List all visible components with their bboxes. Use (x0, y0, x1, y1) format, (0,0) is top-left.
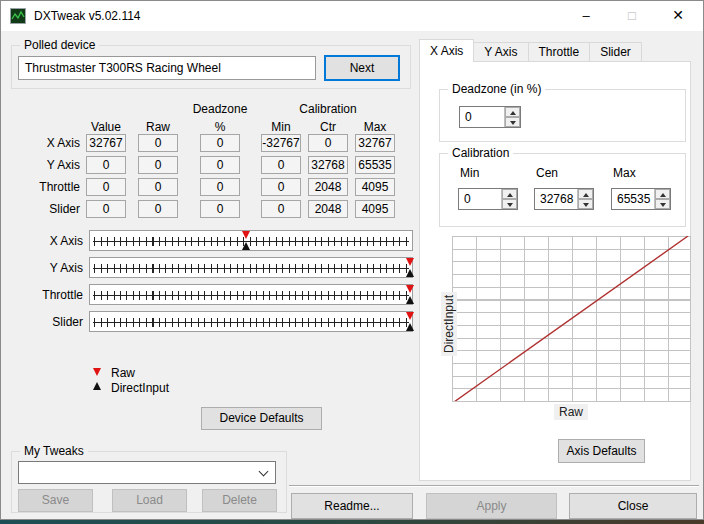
table-cell: 2048 (308, 200, 348, 218)
column-header: Min (261, 119, 301, 135)
table-cell: 0 (261, 178, 301, 196)
maximize-button: □ (609, 1, 655, 30)
load-button[interactable]: Load (112, 489, 187, 512)
throttle-slider[interactable] (89, 284, 413, 305)
row-label: Slider (3, 202, 83, 216)
device-defaults-button[interactable]: Device Defaults (201, 407, 322, 430)
tab-bar: X Axis Y Axis Throttle Slider (419, 39, 642, 62)
directinput-marker[interactable] (406, 296, 414, 304)
calibration-min-label: Min (460, 166, 479, 180)
deadzone-group: Deadzone (in %) 0 (439, 89, 686, 142)
axis-tab-control: X Axis Y Axis Throttle Slider Deadzone (… (419, 39, 691, 481)
spin-down-button[interactable] (578, 199, 593, 209)
axis-defaults-button[interactable]: Axis Defaults (558, 439, 645, 463)
directinput-marker[interactable] (406, 323, 414, 331)
table-cell: -32767 (261, 134, 301, 152)
table-column-headers: Value Raw % Min Ctr Max (3, 119, 395, 135)
deadzone-spinner[interactable]: 0 (459, 106, 521, 128)
triangle-down-icon (510, 121, 516, 125)
slider-axis-slider[interactable] (89, 311, 413, 332)
chevron-down-icon (259, 467, 269, 477)
triangle-down-icon (583, 203, 589, 207)
calibration-group-label: Calibration (448, 146, 513, 160)
directinput-marker[interactable] (406, 269, 414, 277)
tweaks-combobox[interactable] (18, 461, 276, 484)
close-window-button[interactable]: ✕ (655, 1, 701, 30)
spinner-buttons (504, 107, 520, 127)
readme-button[interactable]: Readme... (291, 493, 413, 519)
column-header: Value (86, 119, 126, 135)
calibration-response-chart: DirectInput Raw (452, 236, 691, 402)
slider-row-label: Slider (3, 315, 83, 329)
calibration-group-header: Calibration (278, 102, 378, 116)
app-icon (10, 8, 26, 24)
triangle-up-icon (507, 193, 513, 197)
table-cell: 4095 (355, 200, 395, 218)
table-row: X Axis 32767 0 0 -32767 0 32767 (3, 134, 395, 152)
calibration-cen-value[interactable]: 32768 (535, 189, 576, 209)
calibration-cen-label: Cen (536, 166, 558, 180)
triangle-down-icon (660, 203, 666, 207)
close-button[interactable]: Close (569, 493, 697, 519)
table-cell: 2048 (308, 178, 348, 196)
delete-button[interactable]: Delete (202, 489, 277, 512)
polled-device-label: Polled device (20, 38, 99, 52)
table-row: Slider 0 0 0 0 2048 4095 (3, 200, 395, 218)
raw-marker[interactable] (406, 285, 414, 293)
triangle-up-icon (660, 193, 666, 197)
calibration-group: Calibration Min Cen Max 0 32768 (439, 153, 686, 227)
spin-up-button[interactable] (505, 107, 520, 117)
calibration-max-value[interactable]: 65535 (612, 189, 653, 209)
tab-slider[interactable]: Slider (590, 42, 642, 62)
x-axis-slider[interactable] (89, 230, 413, 251)
table-cell: 0 (138, 134, 178, 152)
slider-ticks (94, 291, 409, 300)
spin-up-button[interactable] (502, 189, 517, 199)
calibration-max-label: Max (613, 166, 636, 180)
raw-legend-label: Raw (111, 366, 135, 380)
slider-row-label: Y Axis (3, 261, 83, 275)
slider-ticks (94, 318, 409, 327)
column-header: % (200, 119, 240, 135)
slider-row-label: X Axis (3, 234, 83, 248)
save-button[interactable]: Save (18, 489, 93, 512)
spinner-buttons (577, 189, 593, 209)
tab-throttle[interactable]: Throttle (529, 42, 591, 62)
column-header: Max (355, 119, 395, 135)
raw-marker[interactable] (242, 231, 250, 239)
spin-up-button[interactable] (578, 189, 593, 199)
app-window: DXTweak v5.02.114 – □ ✕ Polled device Th… (0, 0, 704, 520)
polled-device-group: Polled device Thrustmaster T300RS Racing… (11, 45, 411, 89)
table-row: Throttle 0 0 0 0 2048 4095 (3, 178, 395, 196)
table-cell: 0 (261, 200, 301, 218)
triangle-up-icon (510, 111, 516, 115)
spinner-buttons (501, 189, 517, 209)
spin-down-button[interactable] (502, 199, 517, 209)
response-line (452, 236, 690, 401)
spin-down-button[interactable] (655, 199, 670, 209)
spin-down-button[interactable] (505, 117, 520, 127)
table-cell: 0 (261, 156, 301, 174)
calibration-max-spinner[interactable]: 65535 (611, 188, 671, 210)
directinput-legend-icon (93, 382, 101, 390)
raw-marker[interactable] (406, 312, 414, 320)
tab-x-axis[interactable]: X Axis (419, 39, 474, 62)
deadzone-value[interactable]: 0 (460, 107, 503, 127)
next-button[interactable]: Next (324, 55, 400, 81)
calibration-min-spinner[interactable]: 0 (458, 188, 518, 210)
apply-button[interactable]: Apply (426, 493, 557, 519)
raw-marker[interactable] (406, 258, 414, 266)
row-label: Throttle (3, 180, 83, 194)
minimize-button[interactable]: – (563, 1, 609, 30)
spin-up-button[interactable] (655, 189, 670, 199)
device-name-field[interactable]: Thrustmaster T300RS Racing Wheel (18, 56, 316, 80)
directinput-marker[interactable] (242, 242, 250, 250)
table-cell: 32767 (355, 134, 395, 152)
tab-y-axis[interactable]: Y Axis (474, 42, 528, 62)
calibration-min-value[interactable]: 0 (459, 189, 500, 209)
y-axis-slider[interactable] (89, 257, 413, 278)
table-cell: 0 (200, 134, 240, 152)
table-cell: 0 (86, 178, 126, 196)
calibration-cen-spinner[interactable]: 32768 (534, 188, 594, 210)
directinput-legend-label: DirectInput (111, 381, 169, 395)
